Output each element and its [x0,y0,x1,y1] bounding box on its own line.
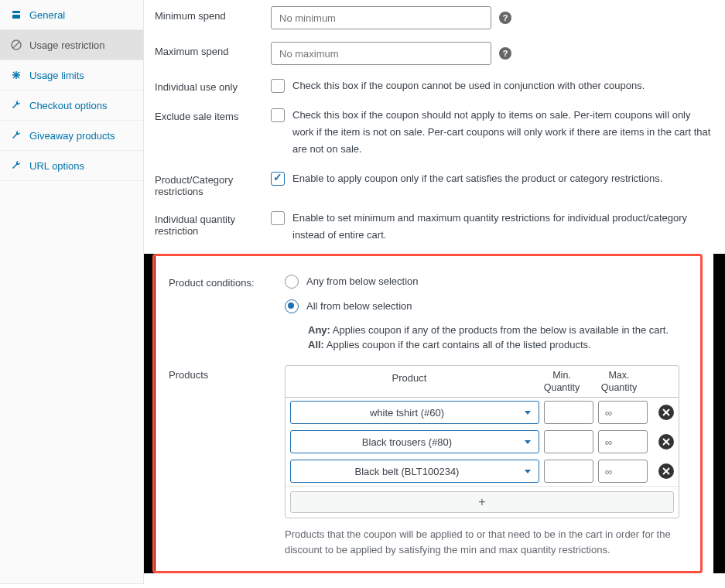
sidebar-item-usage-limits[interactable]: Usage limits [0,60,143,91]
min-qty-input[interactable] [544,430,593,453]
label-products: Products [169,365,285,381]
sidebar-item-general[interactable]: General [0,0,143,30]
min-spend-input[interactable] [271,6,491,29]
settings-panel: Minimum spend ? Maximum spend ? Individu… [144,0,725,584]
close-icon [662,438,670,446]
settings-tabs-sidebar: General Usage restriction Usage limits C… [0,0,144,584]
max-spend-input[interactable] [271,42,491,65]
label-individual-use: Individual use only [155,77,271,93]
col-header-max: Max. Quantity [590,366,648,398]
table-row: Black trousers (#80) [286,427,679,456]
wrench-icon [9,128,23,142]
svg-rect-0 [12,11,20,13]
close-icon [662,467,670,475]
indiv-qty-restrict-checkbox[interactable] [271,211,285,225]
product-conditions-all-radio[interactable] [285,299,299,313]
exclude-sale-checkbox[interactable] [271,108,285,122]
wrench-icon [9,98,23,112]
radio-label-all: All from below selection [306,298,412,315]
sidebar-item-label: General [29,9,65,21]
products-note: Products that the coupon will be applied… [285,522,679,557]
remove-row-button[interactable] [658,405,674,420]
svg-rect-1 [12,15,20,19]
add-product-button[interactable]: + [290,491,674,513]
prod-cat-restrict-desc: Enable to apply coupon only if the cart … [292,170,662,187]
col-header-product: Product [286,366,533,398]
individual-use-checkbox[interactable] [271,79,285,93]
remove-row-button[interactable] [658,434,674,450]
product-select[interactable]: Black trousers (#80) [290,430,539,453]
label-indiv-qty-restrict: Individual quantity restriction [155,210,271,237]
max-qty-input[interactable] [598,460,648,483]
prod-cat-restrict-checkbox[interactable] [271,172,285,186]
help-icon[interactable]: ? [499,47,511,60]
max-qty-input[interactable] [598,430,648,453]
max-qty-input[interactable] [598,401,648,424]
sidebar-item-label: Usage restriction [29,39,105,51]
radio-label-any: Any from below selection [306,273,419,290]
label-prod-cat-restrict: Product/Category restrictions [155,170,271,197]
user-icon [9,8,23,22]
remove-row-button[interactable] [658,463,674,479]
min-qty-input[interactable] [544,401,593,424]
sidebar-item-label: Usage limits [29,70,84,81]
product-select[interactable]: white tshirt (#60) [290,401,539,424]
sidebar-item-giveaway-products[interactable]: Giveaway products [0,121,143,151]
table-row: Black belt (BLT100234) [286,456,679,486]
wrench-icon [9,159,23,173]
label-exclude-sale: Exclude sale items [155,107,271,122]
label-product-conditions: Product conditions: [169,273,285,289]
exclude-sale-desc: Check this box if the coupon should not … [292,107,714,158]
close-icon [662,409,670,416]
sidebar-item-url-options[interactable]: URL options [0,151,143,181]
svg-line-3 [13,42,19,48]
help-icon[interactable]: ? [499,12,511,24]
col-header-min: Min. Quantity [533,366,590,398]
label-max-spend: Maximum spend [155,42,271,57]
indiv-qty-restrict-desc: Enable to set minimum and maximum quanti… [292,210,714,244]
product-conditions-any-radio[interactable] [285,275,299,289]
conditions-help-text: Any: Applies coupon if any of the produc… [308,323,686,353]
restriction-icon [9,38,23,52]
product-select[interactable]: Black belt (BLT100234) [290,460,539,483]
sidebar-item-usage-restriction[interactable]: Usage restriction [0,30,143,60]
limits-icon [9,68,23,82]
sidebar-item-label: URL options [29,160,84,172]
sidebar-item-checkout-options[interactable]: Checkout options [0,91,143,121]
individual-use-desc: Check this box if the coupon cannot be u… [292,77,645,94]
min-qty-input[interactable] [544,460,593,483]
table-row: white tshirt (#60) [286,398,679,427]
products-table: Product Min. Quantity Max. Quantity whit… [285,365,679,519]
label-min-spend: Minimum spend [155,6,271,22]
highlighted-section: Product conditions: Any from below selec… [152,254,703,574]
sidebar-item-label: Checkout options [29,100,107,111]
sidebar-item-label: Giveaway products [29,130,115,142]
